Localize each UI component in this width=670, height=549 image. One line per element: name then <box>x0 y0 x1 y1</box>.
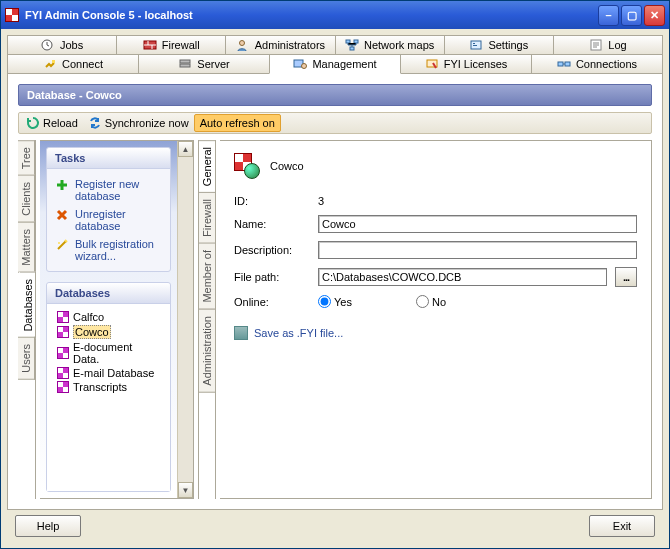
scroll-track[interactable] <box>178 157 193 482</box>
left-vertical-tabs: Tree Clients Matters Databases Users <box>18 140 36 499</box>
label-filepath: File path: <box>234 271 310 283</box>
detail-vertical-tabs: General Firewall Member of Administratio… <box>198 140 216 499</box>
radio-online-no[interactable]: No <box>416 295 492 308</box>
tab-jobs[interactable]: Jobs <box>7 35 117 55</box>
tab-settings[interactable]: Settings <box>444 35 554 55</box>
tab-server[interactable]: Server <box>138 54 270 74</box>
clock-icon <box>41 39 55 51</box>
dtab-general[interactable]: General <box>199 140 215 193</box>
vtab-matters[interactable]: Matters <box>18 222 35 273</box>
db-icon <box>57 311 69 323</box>
svg-rect-8 <box>473 45 477 46</box>
scroll-up-button[interactable]: ▲ <box>178 141 193 157</box>
sync-icon <box>88 116 102 130</box>
label-id: ID: <box>234 195 310 207</box>
svg-rect-5 <box>350 47 354 50</box>
db-item-calfco[interactable]: Calfco <box>55 310 162 324</box>
input-description[interactable] <box>318 241 637 259</box>
svg-rect-12 <box>180 64 190 67</box>
dtab-firewall[interactable]: Firewall <box>199 192 215 244</box>
plus-icon <box>55 178 69 192</box>
tab-management[interactable]: Management <box>269 54 401 74</box>
svg-rect-7 <box>473 43 475 44</box>
value-id: 3 <box>318 195 324 207</box>
svg-point-14 <box>302 64 307 69</box>
databases-title: Databases <box>47 283 170 304</box>
minimize-button[interactable]: – <box>598 5 619 26</box>
browse-button[interactable]: ... <box>615 267 637 287</box>
vtab-tree[interactable]: Tree <box>18 140 35 176</box>
database-large-icon <box>234 153 260 179</box>
tasks-panel: Tasks Register new database Unregister d… <box>46 147 171 272</box>
svg-rect-11 <box>180 60 190 63</box>
exit-button[interactable]: Exit <box>589 515 655 537</box>
vtab-databases[interactable]: Databases <box>19 272 36 339</box>
databases-panel: Databases Calfco Cowco E-document Data. … <box>46 282 171 492</box>
sync-button[interactable]: Synchronize now <box>83 114 194 132</box>
left-scrollbar[interactable]: ▲ ▼ <box>177 141 193 498</box>
save-icon <box>234 326 248 340</box>
reload-icon <box>26 116 40 130</box>
tab-firewall[interactable]: Firewall <box>116 35 226 55</box>
detail-pane: Cowco ID: 3 Name: Description: <box>220 140 652 499</box>
footer: Help Exit <box>7 510 663 542</box>
task-bulk-wizard[interactable]: Bulk registration wizard... <box>55 235 162 265</box>
vtab-clients[interactable]: Clients <box>18 175 35 223</box>
detail-title: Cowco <box>270 160 304 172</box>
svg-rect-4 <box>354 40 358 43</box>
window-title: FYI Admin Console 5 - localhost <box>25 9 592 21</box>
reload-button[interactable]: Reload <box>21 114 83 132</box>
db-item-edocument[interactable]: E-document Data. <box>55 340 162 366</box>
vtab-users[interactable]: Users <box>18 337 35 380</box>
firewall-icon <box>143 39 157 51</box>
tab-log[interactable]: Log <box>553 35 663 55</box>
admin-icon <box>236 39 250 51</box>
input-name[interactable] <box>318 215 637 233</box>
svg-rect-16 <box>558 62 563 66</box>
dtab-member-of[interactable]: Member of <box>199 243 215 310</box>
db-item-cowco[interactable]: Cowco <box>55 324 162 340</box>
label-online: Online: <box>234 296 310 308</box>
wizard-icon <box>55 238 69 252</box>
tab-network-maps[interactable]: Network maps <box>335 35 445 55</box>
svg-point-2 <box>239 41 244 46</box>
x-icon <box>55 208 69 222</box>
title-bar: FYI Admin Console 5 - localhost – ▢ ✕ <box>1 1 669 29</box>
svg-point-18 <box>58 242 60 244</box>
tab-connections[interactable]: Connections <box>531 54 663 74</box>
radio-yes-input[interactable] <box>318 295 331 308</box>
top-tabs-row1: Jobs Firewall Administrators Network map… <box>7 35 663 55</box>
task-unregister-db[interactable]: Unregister database <box>55 205 162 235</box>
close-button[interactable]: ✕ <box>644 5 665 26</box>
svg-rect-10 <box>52 60 55 63</box>
management-icon <box>293 58 307 70</box>
tasks-title: Tasks <box>47 148 170 169</box>
help-button[interactable]: Help <box>15 515 81 537</box>
top-tabs-row2: Connect Server Management FYI Licenses C… <box>7 54 663 74</box>
network-icon <box>345 39 359 51</box>
label-description: Description: <box>234 244 310 256</box>
scroll-down-button[interactable]: ▼ <box>178 482 193 498</box>
tab-administrators[interactable]: Administrators <box>225 35 335 55</box>
radio-no-input[interactable] <box>416 295 429 308</box>
tab-connect[interactable]: Connect <box>7 54 139 74</box>
db-item-email[interactable]: E-mail Database <box>55 366 162 380</box>
input-filepath[interactable] <box>318 268 607 286</box>
svg-rect-17 <box>565 62 570 66</box>
license-icon <box>425 58 439 70</box>
settings-icon <box>469 39 483 51</box>
db-icon <box>57 381 69 393</box>
auto-refresh-toggle[interactable]: Auto refresh on <box>194 114 281 132</box>
tab-fyi-licenses[interactable]: FYI Licenses <box>400 54 532 74</box>
db-icon <box>57 347 69 359</box>
save-as-fyi-link[interactable]: Save as .FYI file... <box>234 326 637 340</box>
dtab-administration[interactable]: Administration <box>199 309 215 393</box>
maximize-button[interactable]: ▢ <box>621 5 642 26</box>
db-item-transcripts[interactable]: Transcripts <box>55 380 162 394</box>
database-toolbar: Reload Synchronize now Auto refresh on <box>18 112 652 134</box>
database-header: Database - Cowco <box>18 84 652 106</box>
radio-online-yes[interactable]: Yes <box>318 295 394 308</box>
task-register-db[interactable]: Register new database <box>55 175 162 205</box>
db-icon <box>57 367 69 379</box>
db-icon <box>57 326 69 338</box>
